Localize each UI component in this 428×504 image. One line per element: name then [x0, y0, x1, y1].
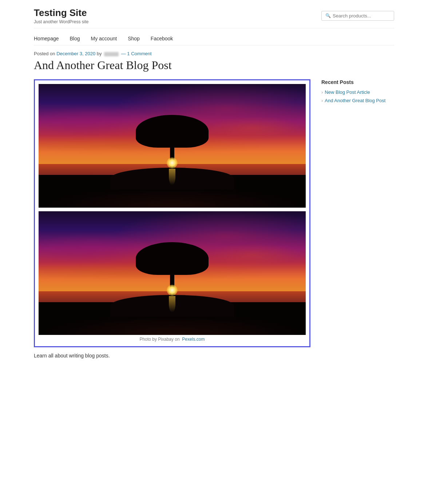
- photo-credit: Photo by Pixabay on Pexels.com: [39, 335, 306, 343]
- posted-on-label: Posted on: [34, 51, 55, 56]
- sidebar-item-0: › New Blog Post Article: [321, 89, 394, 95]
- sidebar-post-link-0[interactable]: New Blog Post Article: [325, 89, 370, 95]
- site-title: Testing Site: [34, 7, 89, 19]
- post-title: And Another Great Blog Post: [34, 58, 394, 72]
- nav-item-facebook[interactable]: Facebook: [151, 36, 173, 41]
- sidebar-bullet-1: ›: [321, 98, 323, 103]
- pexels-link[interactable]: Pexels.com: [182, 337, 205, 342]
- site-nav: Homepage Blog My account Shop Facebook: [34, 32, 394, 45]
- reflection-2: [169, 296, 175, 312]
- post-meta: Posted on December 3, 2020 by — 1 Commen…: [34, 51, 394, 56]
- content-wrapper: Photo by Pixabay on Pexels.com Learn all…: [34, 79, 394, 359]
- reflection-1: [169, 169, 175, 185]
- search-input[interactable]: [333, 13, 390, 19]
- sidebar-item-1: › And Another Great Blog Post: [321, 98, 394, 103]
- post-content-box: Photo by Pixabay on Pexels.com: [34, 79, 310, 347]
- sidebar: Recent Posts › New Blog Post Article › A…: [321, 79, 394, 106]
- search-box[interactable]: 🔍: [321, 11, 394, 21]
- sun-glow-2: [167, 285, 178, 296]
- site-header: Testing Site Just another WordPress site…: [34, 7, 394, 28]
- nav-item-shop[interactable]: Shop: [128, 36, 140, 41]
- comment-link[interactable]: — 1 Comment: [121, 51, 152, 56]
- sidebar-post-link-1[interactable]: And Another Great Blog Post: [325, 98, 385, 103]
- post-date-link[interactable]: December 3, 2020: [56, 51, 95, 56]
- post-image-1: [39, 84, 306, 208]
- sun-glow-1: [167, 157, 178, 168]
- author-name: [104, 52, 119, 56]
- site-branding: Testing Site Just another WordPress site: [34, 7, 89, 24]
- tree-canopy-1: [136, 115, 209, 148]
- sidebar-bullet-0: ›: [321, 89, 323, 95]
- main-content: Photo by Pixabay on Pexels.com Learn all…: [34, 79, 310, 359]
- photo-credit-text: Photo by Pixabay on: [140, 337, 180, 342]
- by-label: by: [97, 51, 102, 56]
- search-icon: 🔍: [325, 13, 331, 19]
- nav-item-homepage[interactable]: Homepage: [34, 36, 59, 41]
- nav-item-blog[interactable]: Blog: [70, 36, 80, 41]
- sidebar-title: Recent Posts: [321, 79, 394, 85]
- post-image-2: [39, 211, 306, 335]
- post-excerpt: Learn all about writing blog posts.: [34, 353, 310, 359]
- site-tagline: Just another WordPress site: [34, 19, 89, 24]
- tree-canopy-2: [136, 242, 209, 275]
- nav-item-myaccount[interactable]: My account: [91, 36, 117, 41]
